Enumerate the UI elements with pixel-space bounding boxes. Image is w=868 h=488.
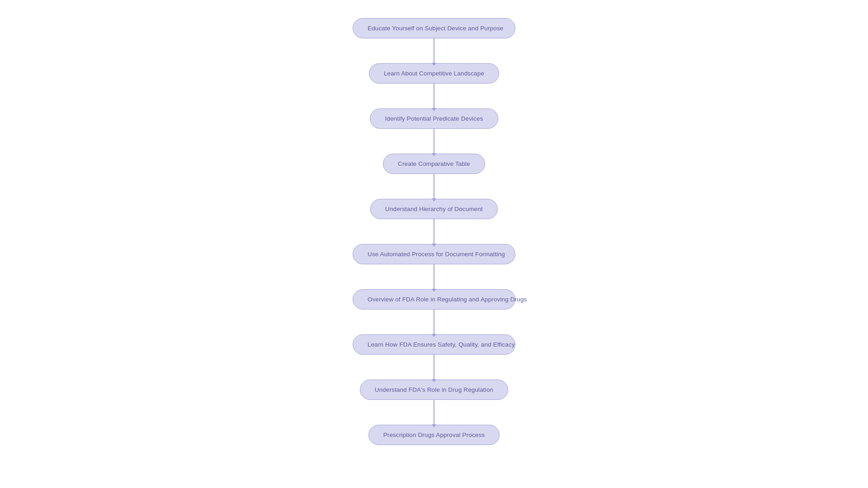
connector-5 bbox=[434, 219, 434, 244]
connector-4 bbox=[434, 174, 434, 199]
node-9[interactable]: Understand FDA's Role in Drug Regulation bbox=[360, 380, 508, 400]
node-8[interactable]: Learn How FDA Ensures Safety, Quality, a… bbox=[353, 334, 515, 355]
node-10[interactable]: Prescription Drugs Approval Process bbox=[368, 425, 500, 445]
node-5[interactable]: Understand Hierarchy of Document bbox=[370, 199, 498, 219]
connector-2 bbox=[434, 84, 434, 108]
node-3[interactable]: Identify Potential Predicate Devices bbox=[370, 108, 498, 129]
connector-9 bbox=[434, 400, 434, 425]
connector-6 bbox=[434, 264, 434, 289]
connector-7 bbox=[434, 310, 434, 334]
connector-1 bbox=[434, 38, 434, 63]
flowchart: Educate Yourself on Subject Device and P… bbox=[344, 9, 524, 454]
node-1[interactable]: Educate Yourself on Subject Device and P… bbox=[353, 18, 515, 38]
connector-3 bbox=[434, 129, 434, 154]
node-6[interactable]: Use Automated Process for Document Forma… bbox=[353, 244, 515, 264]
node-2[interactable]: Learn About Competitive Landscape bbox=[369, 63, 499, 84]
node-7[interactable]: Overview of FDA Role in Regulating and A… bbox=[353, 289, 515, 310]
node-4[interactable]: Create Comparative Table bbox=[383, 154, 485, 174]
connector-8 bbox=[434, 355, 434, 380]
